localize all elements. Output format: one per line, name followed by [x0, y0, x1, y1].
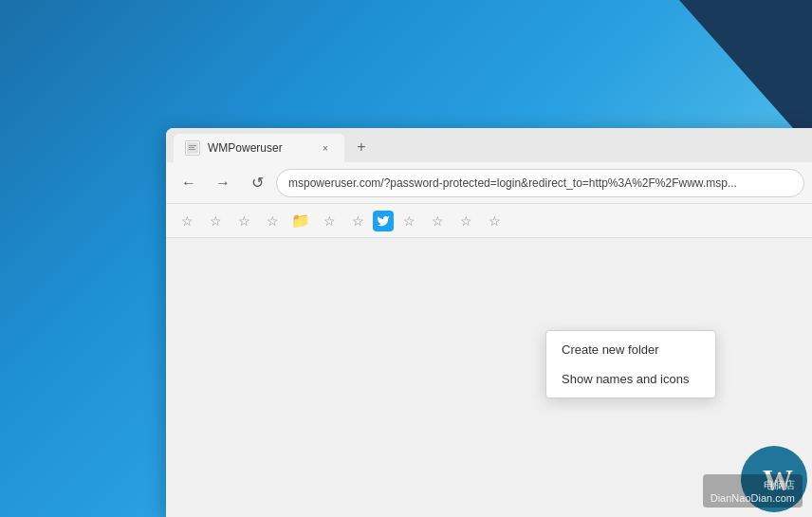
- tab-close-button[interactable]: ×: [318, 140, 333, 156]
- back-button[interactable]: ←: [174, 168, 204, 198]
- bookmark-3[interactable]: ☆: [231, 208, 257, 234]
- bookmark-1[interactable]: ☆: [174, 208, 200, 234]
- bookmark-7[interactable]: ☆: [396, 208, 422, 234]
- back-icon: ←: [181, 175, 196, 192]
- watermark-line2: DianNaoDian.com: [710, 492, 795, 504]
- refresh-button[interactable]: ↺: [242, 168, 272, 198]
- tab-favicon: [185, 140, 200, 156]
- context-menu-item-show-names[interactable]: Show names and icons: [546, 364, 715, 394]
- bookmark-9[interactable]: ☆: [452, 208, 479, 234]
- forward-icon: →: [215, 175, 231, 192]
- bookmark-5[interactable]: ☆: [316, 208, 342, 234]
- svg-rect-1: [189, 145, 196, 146]
- watermark-line1: 电脑店: [710, 478, 795, 492]
- new-tab-button[interactable]: +: [348, 134, 375, 160]
- bookmark-6[interactable]: ☆: [344, 208, 371, 234]
- browser-window: WMPoweruser × + ← → ↺ mspoweruser.com/?p…: [166, 128, 812, 517]
- tab-bar: WMPoweruser × +: [166, 128, 812, 162]
- bookmark-4[interactable]: ☆: [259, 208, 286, 234]
- navigation-bar: ← → ↺ mspoweruser.com/?password-protecte…: [166, 162, 812, 204]
- refresh-icon: ↺: [251, 174, 264, 192]
- bookmark-folder[interactable]: 📁: [287, 208, 314, 234]
- bookmark-8[interactable]: ☆: [424, 208, 451, 234]
- context-menu-item-create-folder[interactable]: Create new folder: [546, 335, 715, 364]
- address-text: mspoweruser.com/?password-protected=logi…: [288, 176, 737, 190]
- svg-rect-2: [189, 147, 194, 148]
- browser-tab[interactable]: WMPoweruser ×: [174, 134, 344, 162]
- watermark: 电脑店 DianNaoDian.com: [703, 474, 803, 508]
- tab-title: WMPoweruser: [208, 141, 310, 155]
- forward-button[interactable]: →: [208, 168, 238, 198]
- bookmark-2[interactable]: ☆: [202, 208, 229, 234]
- bookmark-10[interactable]: ☆: [481, 208, 508, 234]
- bookmark-twitter[interactable]: [373, 211, 394, 231]
- address-bar[interactable]: mspoweruser.com/?password-protected=logi…: [276, 169, 804, 197]
- context-menu: Create new folder Show names and icons: [545, 330, 716, 398]
- bookmarks-bar: ☆ ☆ ☆ ☆ 📁 ☆ ☆ ☆ ☆ ☆ ☆: [166, 204, 812, 238]
- svg-rect-3: [189, 149, 195, 150]
